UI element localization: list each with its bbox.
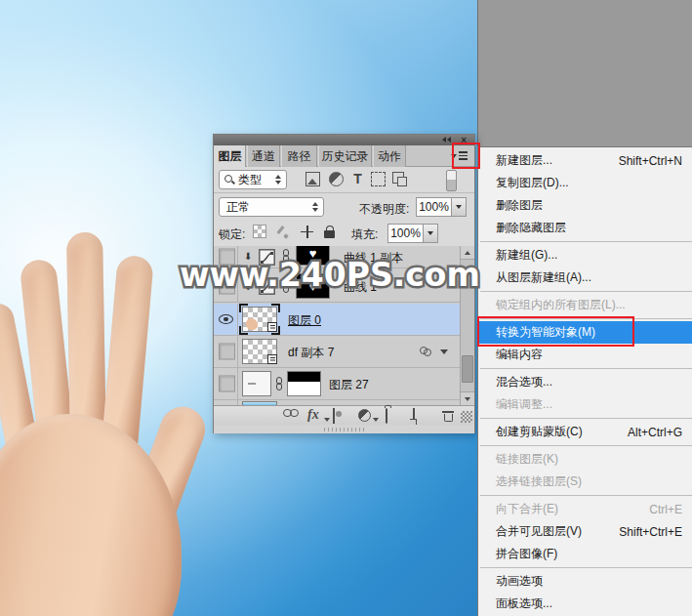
layer-thumbnail[interactable] (242, 339, 277, 364)
layer-name[interactable]: 图层 0 (288, 312, 321, 329)
blend-mode-select[interactable]: 正常 (219, 197, 324, 217)
lock-transparency-icon[interactable] (253, 225, 266, 238)
new-group-icon[interactable] (386, 408, 387, 424)
lock-position-icon[interactable] (301, 226, 313, 238)
menu-separator (478, 366, 692, 371)
fx-dropdown-arrow-icon (324, 418, 330, 422)
annotation-red-box-convert-to-smart-object (477, 316, 634, 347)
eye-icon[interactable] (219, 314, 233, 324)
menu-item-create-clipping-mask[interactable]: 创建剪贴蒙版(C)Alt+Ctrl+G (478, 421, 692, 443)
opacity-value[interactable]: 100% (416, 197, 467, 217)
opacity-dropdown-button[interactable] (452, 197, 467, 217)
annotation-red-box-flyout-button (452, 143, 480, 169)
scrollbar-thumb[interactable] (462, 355, 473, 383)
menu-item-panel-options[interactable]: 面板选项... (478, 593, 692, 615)
panel-tab-bar: 图层 通道 路径 历史记录 动作 (214, 145, 474, 167)
search-icon (224, 175, 234, 185)
menu-item-flatten-image[interactable]: 拼合图像(F) (478, 543, 692, 565)
menu-item-delete-hidden-layers[interactable]: 删除隐藏图层 (478, 217, 692, 239)
layer-thumbnail[interactable] (242, 371, 271, 396)
filter-kind-select[interactable]: 类型 (219, 170, 287, 189)
lock-pixels-icon[interactable] (277, 226, 290, 238)
menu-item-blending-options[interactable]: 混合选项... (478, 371, 692, 393)
menu-separator (478, 443, 692, 448)
adjustment-dropdown-arrow-icon (373, 418, 379, 422)
menu-separator (478, 493, 692, 498)
layer-thumbnail[interactable] (242, 307, 277, 332)
layer-style-fx-icon[interactable]: fx (307, 408, 319, 421)
panel-drag-handle[interactable] (214, 425, 474, 433)
layer-row-layer-0-selected[interactable]: 图层 0 (214, 304, 460, 336)
tab-actions[interactable]: 动作 (373, 145, 406, 167)
add-layer-mask-icon[interactable] (333, 408, 335, 424)
menu-separator (478, 289, 692, 294)
menu-item-animation-options[interactable]: 动画选项 (478, 570, 692, 593)
blend-mode-row: 正常 不透明度: 100% (214, 193, 474, 221)
menu-item-merge-visible[interactable]: 合并可见图层(V)Shift+Ctrl+E (478, 520, 692, 543)
menu-item-duplicate-layer[interactable]: 复制图层(D)... (478, 172, 692, 194)
visibility-toggle[interactable] (219, 344, 235, 360)
watermark-text: www.240PS.com (180, 256, 480, 294)
menu-separator (478, 565, 692, 570)
layer-name[interactable]: df 副本 7 (288, 345, 334, 361)
menu-item-lock-all-layers-in-group: 锁定组内的所有图层(L)... (478, 294, 692, 316)
panel-bottom-toolbar: fx (214, 405, 474, 425)
filter-type-layers-icon[interactable]: T (350, 172, 365, 186)
menu-separator (478, 239, 692, 244)
menu-item-edit-adjustment: 编辑调整... (478, 393, 692, 416)
menu-item-merge-down: 向下合并(E)Ctrl+E (478, 498, 692, 520)
new-layer-icon[interactable] (413, 408, 415, 424)
filter-on-off-toggle[interactable] (446, 170, 457, 191)
fill-dropdown-button[interactable] (424, 224, 438, 243)
menu-separator (478, 416, 692, 421)
tab-layers[interactable]: 图层 (214, 145, 246, 168)
panel-resize-grip[interactable] (461, 411, 472, 423)
new-adjustment-layer-icon[interactable] (358, 409, 371, 422)
menu-item-link-layers: 链接图层(K) (478, 448, 692, 471)
panel-titlebar[interactable]: × (214, 135, 474, 145)
photoshop-screenshot: × 图层 通道 路径 历史记录 动作 类型 T (0, 0, 692, 616)
filter-pixel-layers-icon[interactable] (305, 172, 320, 186)
fill-label: 填充: (351, 226, 378, 243)
lock-label: 锁定: (219, 226, 245, 243)
lock-row: 锁定: 填充: 100% (214, 221, 474, 246)
layer-filter-row: 类型 T (214, 167, 474, 193)
filter-adjustment-layers-icon[interactable] (329, 172, 344, 186)
tab-paths[interactable]: 路径 (281, 145, 317, 167)
layer-row-df-copy-7[interactable]: df 副本 7 (214, 336, 460, 368)
menu-item-delete-layer[interactable]: 删除图层 (478, 194, 692, 217)
menu-item-select-linked-layers: 选择链接图层(S) (478, 471, 692, 493)
tab-history[interactable]: 历史记录 (318, 145, 372, 167)
mask-link-icon (275, 377, 283, 391)
lock-all-icon[interactable] (324, 230, 335, 238)
updown-arrows-icon (275, 175, 286, 185)
collapse-panel-icon[interactable] (442, 137, 452, 144)
layer-row-layer-27[interactable]: 图层 27 (214, 368, 460, 400)
tab-channels[interactable]: 通道 (247, 145, 280, 167)
smart-filter-icon (420, 347, 432, 356)
workspace-gray-area (477, 0, 692, 147)
menu-item-new-layer[interactable]: 新建图层...Shift+Ctrl+N (478, 149, 692, 172)
smart-object-badge-icon (267, 354, 277, 364)
layers-flyout-menu: 新建图层...Shift+Ctrl+N 复制图层(D)... 删除图层 删除隐藏… (477, 146, 692, 616)
effects-collapse-arrow-icon[interactable] (440, 349, 448, 354)
menu-item-edit-contents[interactable]: 编辑内容 (478, 344, 692, 366)
visibility-toggle[interactable] (219, 376, 235, 392)
menu-item-new-group-from-layers[interactable]: 从图层新建组(A)... (478, 267, 692, 289)
updown-arrows-icon (312, 202, 323, 212)
link-layers-icon[interactable] (283, 409, 299, 418)
filter-shape-layers-icon[interactable] (371, 172, 386, 186)
scroll-down-button[interactable] (461, 391, 474, 405)
layer-mask-thumbnail[interactable] (287, 371, 321, 396)
fill-value[interactable]: 100% (387, 224, 438, 243)
filter-smart-objects-icon[interactable] (392, 172, 404, 184)
menu-item-new-group[interactable]: 新建组(G)... (478, 244, 692, 267)
opacity-label: 不透明度: (359, 201, 409, 218)
layer-name[interactable]: 图层 27 (329, 377, 369, 393)
